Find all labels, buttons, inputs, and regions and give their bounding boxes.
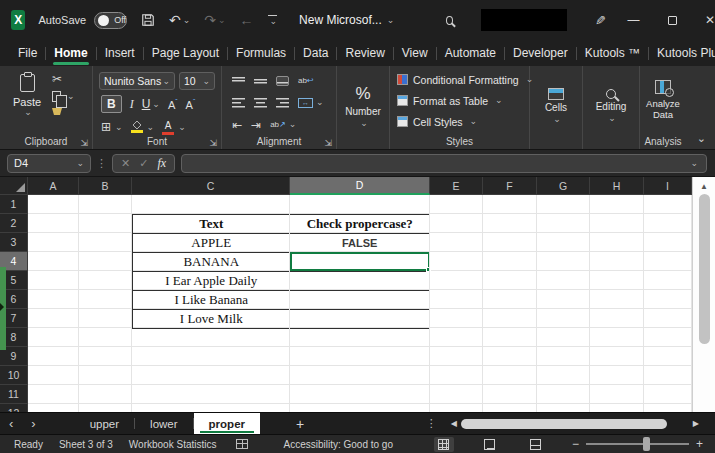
row-header-12[interactable]: 12: [0, 404, 28, 412]
table-cell[interactable]: [290, 291, 430, 310]
format-painter-icon[interactable]: [52, 108, 62, 115]
ribbon-tab-file[interactable]: File: [12, 42, 43, 65]
maximize-button[interactable]: [668, 14, 677, 27]
document-title[interactable]: New Microsof...: [299, 13, 382, 27]
horizontal-scrollbar[interactable]: ◀ ▶: [447, 418, 703, 430]
row-header-11[interactable]: 11: [0, 385, 28, 404]
sheet-tab-lower[interactable]: lower: [135, 413, 192, 434]
table-cell[interactable]: I Ear Apple Daily: [133, 272, 290, 291]
font-size-select[interactable]: 10⌄: [179, 72, 215, 90]
ribbon-tab-insert[interactable]: Insert: [99, 42, 141, 65]
increase-font-size-button[interactable]: Aˆ: [168, 98, 178, 111]
wrap-text-button[interactable]: ab↩: [298, 76, 314, 85]
column-header-e[interactable]: E: [430, 177, 483, 195]
borders-button[interactable]: ⊞⌄: [101, 121, 123, 133]
sheet-tab-proper[interactable]: proper: [194, 413, 260, 434]
underline-button[interactable]: U⌄: [142, 97, 160, 111]
cell-styles-button[interactable]: Cell Styles ⌄: [397, 114, 529, 129]
formula-input[interactable]: ⌄: [181, 154, 707, 173]
decrease-indent-icon[interactable]: ⇤: [232, 119, 242, 131]
merge-center-button[interactable]: ↔⌄: [298, 98, 324, 108]
table-cell[interactable]: BANANA: [133, 253, 290, 272]
formula-bar-dots-icon[interactable]: ⋮: [96, 157, 107, 170]
zoom-in-icon[interactable]: +: [696, 437, 703, 451]
table-cell[interactable]: I Like Banana: [133, 291, 290, 310]
search-icon[interactable]: [446, 16, 453, 25]
pen-icon[interactable]: ✎: [595, 13, 606, 28]
workbook-statistics-button[interactable]: Workbook Statistics: [129, 439, 217, 450]
save-icon[interactable]: [141, 13, 155, 27]
table-cell[interactable]: I Love Milk: [133, 310, 290, 329]
align-left-icon[interactable]: [232, 98, 245, 108]
column-header-f[interactable]: F: [483, 177, 537, 195]
ribbon-tab-automate[interactable]: Automate: [439, 42, 502, 65]
page-break-view-button[interactable]: [526, 437, 546, 452]
table-cell[interactable]: [290, 272, 430, 291]
clipboard-dialog-launcher-icon[interactable]: ⇲: [80, 138, 88, 148]
ribbon-tab-home[interactable]: Home: [48, 42, 93, 65]
zoom-slider[interactable]: [586, 443, 689, 445]
select-all-button[interactable]: [0, 177, 28, 195]
format-as-table-button[interactable]: Format as Table ⌄: [397, 93, 529, 108]
ribbon-tab-page-layout[interactable]: Page Layout: [146, 42, 225, 65]
zoom-slider-thumb[interactable]: [643, 437, 650, 451]
name-box[interactable]: D4 ⌄: [7, 154, 91, 173]
align-center-icon[interactable]: [254, 98, 267, 108]
column-header-i[interactable]: I: [644, 177, 692, 195]
font-name-select[interactable]: Nunito Sans⌄: [99, 72, 175, 90]
grid-body[interactable]: TextCheck propercase?APPLEFALSEBANANAI E…: [28, 195, 692, 412]
table-cell[interactable]: APPLE: [133, 234, 290, 253]
ribbon-tab-formulas[interactable]: Formulas: [230, 42, 292, 65]
row-header-2[interactable]: 2: [0, 214, 28, 233]
vertical-scrollbar[interactable]: ▲: [692, 177, 715, 412]
ribbon-tab-data[interactable]: Data: [297, 42, 334, 65]
sheet-nav-right-icon[interactable]: ›: [22, 413, 44, 434]
autosave-toggle[interactable]: Off: [94, 12, 127, 29]
alignment-dialog-launcher-icon[interactable]: ⇲: [324, 138, 332, 148]
undo-dropdown-chevron-icon[interactable]: ⌄: [183, 16, 191, 25]
column-header-d[interactable]: D: [290, 177, 430, 195]
sheet-tab-upper[interactable]: upper: [75, 413, 134, 434]
ribbon-tab-developer[interactable]: Developer: [507, 42, 574, 65]
scroll-up-icon[interactable]: ▲: [693, 177, 715, 191]
column-header-g[interactable]: G: [537, 177, 590, 195]
add-sheet-button[interactable]: +: [282, 413, 318, 434]
decrease-font-size-button[interactable]: Aˇ: [186, 98, 196, 111]
row-header-1[interactable]: 1: [0, 195, 28, 214]
minimize-button[interactable]: —: [628, 14, 640, 27]
back-arrow-icon[interactable]: ←: [240, 13, 254, 27]
insert-function-icon[interactable]: fx: [157, 156, 166, 171]
row-header-10[interactable]: 10: [0, 366, 28, 385]
column-header-h[interactable]: H: [590, 177, 644, 195]
increase-indent-icon[interactable]: ⇥: [251, 119, 261, 131]
copy-button[interactable]: ⌄: [52, 91, 75, 102]
workbook-statistics-icon[interactable]: [236, 439, 248, 449]
ribbon-tab-view[interactable]: View: [396, 42, 434, 65]
redo-dropdown-chevron-icon[interactable]: ⌄: [218, 16, 226, 25]
row-header-3[interactable]: 3: [0, 233, 28, 252]
fill-color-button[interactable]: ⌄: [131, 121, 155, 133]
number-format-button[interactable]: % Number ⌄: [337, 66, 389, 149]
horizontal-scroll-track[interactable]: [461, 418, 689, 430]
formula-expand-chevron-icon[interactable]: ⌄: [690, 159, 698, 168]
paste-chevron-icon[interactable]: ⌄: [24, 108, 32, 117]
undo-button[interactable]: ↶⌄: [169, 13, 190, 27]
scroll-left-icon[interactable]: ◀: [447, 419, 461, 428]
scroll-right-icon[interactable]: ▶: [689, 419, 703, 428]
ribbon-tab-kutools-plus[interactable]: Kutools Plus: [651, 42, 715, 65]
italic-button[interactable]: I: [130, 97, 134, 112]
sheet-tab-options-icon[interactable]: ⋮: [426, 417, 437, 430]
excel-logo-icon[interactable]: X: [11, 10, 25, 30]
font-dialog-launcher-icon[interactable]: ⇲: [209, 138, 217, 148]
bottom-align-icon[interactable]: [276, 76, 289, 86]
sheet-nav-left-icon[interactable]: ‹: [0, 413, 22, 434]
vertical-scroll-thumb[interactable]: [699, 194, 710, 344]
column-header-b[interactable]: B: [79, 177, 132, 195]
ribbon-tab-review[interactable]: Review: [339, 42, 390, 65]
normal-view-button[interactable]: [434, 437, 454, 452]
accessibility-status[interactable]: Accessibility: Good to go: [283, 439, 393, 450]
redo-button[interactable]: ↷⌄: [204, 13, 225, 27]
cells-button[interactable]: Cells ⌄: [530, 66, 582, 149]
conditional-formatting-button[interactable]: Conditional Formatting ⌄: [397, 72, 529, 87]
align-right-icon[interactable]: [276, 98, 289, 108]
